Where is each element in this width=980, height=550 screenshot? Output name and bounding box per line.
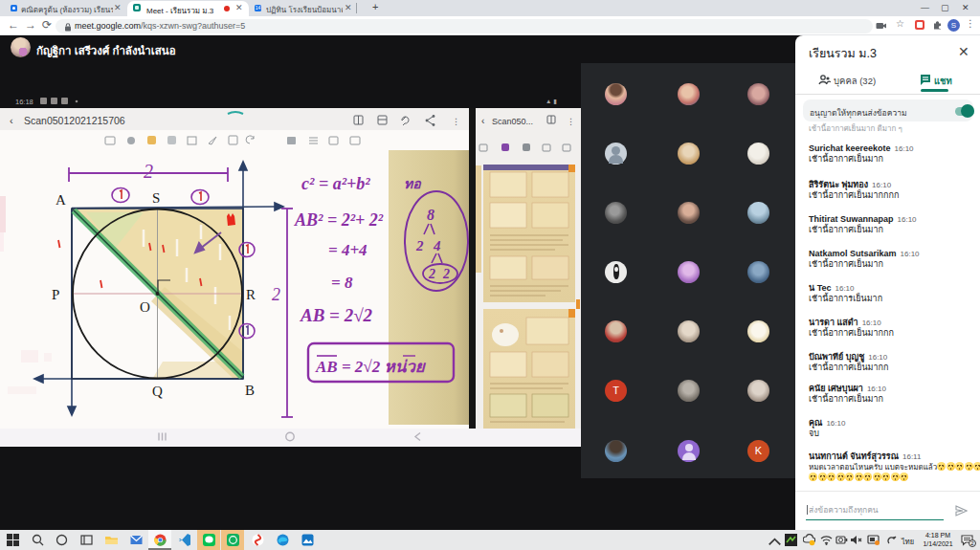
svg-text:P: P: [52, 287, 59, 302]
svg-text:AB² = 2²+ 2²: AB² = 2²+ 2²: [294, 210, 384, 230]
svg-text:2: 2: [428, 267, 435, 281]
svg-text:AB = 2√2 หน่วย: AB = 2√2 หน่วย: [315, 358, 427, 376]
svg-text:A: A: [56, 192, 66, 208]
svg-text:B: B: [245, 383, 255, 398]
svg-text:AB = 2√2: AB = 2√2: [300, 305, 373, 325]
svg-text:R: R: [246, 287, 256, 302]
svg-text:⋮: ⋮: [567, 117, 575, 126]
svg-text:Scan05012021215706: Scan05012021215706: [24, 115, 125, 126]
svg-text:▲ ▮: ▲ ▮: [546, 98, 557, 104]
svg-text:ทอ: ทอ: [404, 177, 422, 191]
svg-text:2: 2: [272, 285, 280, 304]
svg-text:O: O: [140, 299, 150, 315]
svg-text:2: 2: [442, 267, 450, 281]
svg-text:Scan050...: Scan050...: [492, 117, 533, 126]
svg-text:c² = a²+b²: c² = a²+b²: [301, 174, 370, 193]
svg-text:Q: Q: [152, 384, 163, 399]
svg-text:4: 4: [433, 238, 441, 253]
svg-text:= 4+4: = 4+4: [328, 241, 368, 259]
svg-text:⋮: ⋮: [452, 117, 460, 126]
svg-text:2: 2: [415, 238, 424, 253]
svg-text:8: 8: [427, 207, 434, 223]
svg-text:2: 2: [144, 161, 153, 182]
svg-text:16:18: 16:18: [15, 98, 33, 106]
svg-text:S: S: [152, 190, 160, 206]
svg-text:= 8: = 8: [331, 274, 353, 292]
svg-text:‹: ‹: [481, 116, 484, 126]
svg-text:‹: ‹: [10, 115, 13, 126]
